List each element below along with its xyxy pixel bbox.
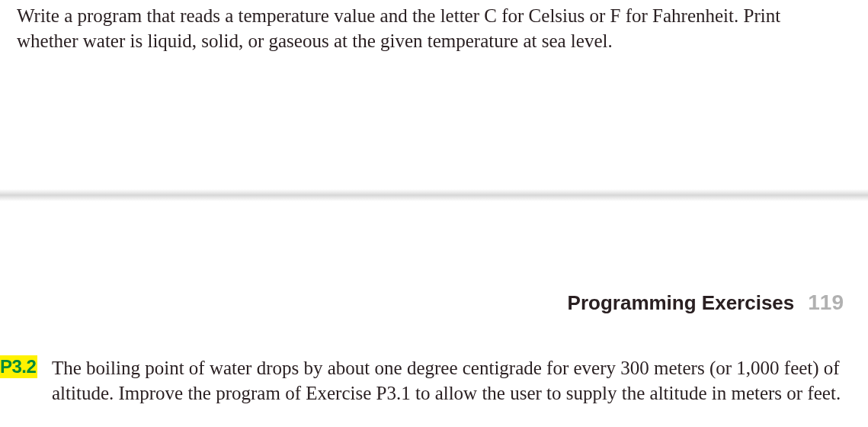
page-divider	[0, 189, 868, 201]
exercise-p3-2-text: The boiling point of water drops by abou…	[0, 355, 868, 406]
exercise-paragraph: The boiling point of water drops by abou…	[52, 355, 845, 406]
section-title: Programming Exercises	[568, 291, 795, 315]
exercise-p3-1-text: Write a program that reads a temperature…	[0, 0, 868, 53]
page-running-header: Programming Exercises 119	[568, 291, 844, 315]
exercise-paragraph: Write a program that reads a temperature…	[17, 3, 845, 53]
page-number: 119	[808, 291, 844, 315]
